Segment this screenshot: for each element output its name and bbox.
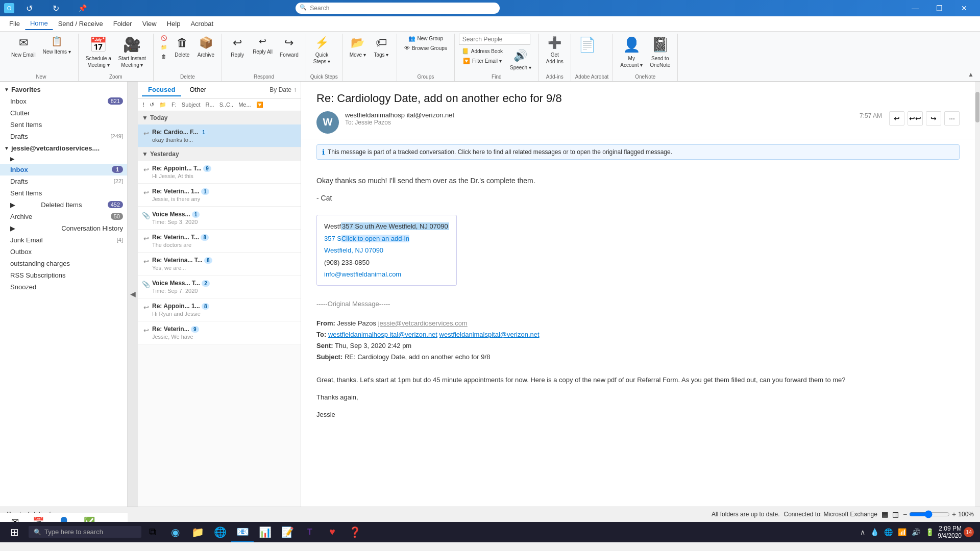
email-item-y2[interactable]: ↩ Re: Veterin... 1... 1 Jessie, is there… <box>138 184 301 207</box>
systray-expand[interactable]: ∧ <box>859 528 867 536</box>
sidebar-item-clutter[interactable]: Clutter <box>0 107 127 119</box>
menu-home[interactable]: Home <box>25 17 53 30</box>
sidebar-item-sent[interactable]: Sent Items <box>0 119 127 131</box>
filter-subject[interactable]: Subject <box>180 101 203 109</box>
menu-acrobat[interactable]: Acrobat <box>185 18 218 30</box>
sidebar-item-outbox[interactable]: Outbox <box>0 246 127 258</box>
my-account-button[interactable]: 👤 MyAccount ▾ <box>617 34 646 70</box>
sidebar-collapse-handle[interactable]: ◀ <box>128 82 138 507</box>
filter-r[interactable]: R... <box>204 101 216 109</box>
filter-me[interactable]: Me... <box>236 101 253 109</box>
orig-to-link1[interactable]: westfieldanimalhosp ital@verizon.net <box>328 331 437 338</box>
ribbon-collapse-button[interactable]: ▲ <box>966 70 976 79</box>
filter-folder[interactable]: 📁 <box>157 101 168 109</box>
taskbar-help[interactable]: ❓ <box>344 522 366 542</box>
taskbar-teams[interactable]: T <box>299 522 321 542</box>
redo-button[interactable]: ↻ <box>44 0 67 16</box>
taskbar-cortana[interactable]: ◉ <box>164 522 186 542</box>
notification-badge[interactable]: 14 <box>964 527 974 537</box>
filter-sc[interactable]: S..C.. <box>217 101 236 109</box>
volume-icon[interactable]: 🔊 <box>910 528 922 536</box>
taskbar-excel[interactable]: 📊 <box>254 522 276 542</box>
tags-button[interactable]: 🏷 Tags ▾ <box>370 34 393 60</box>
sidebar-item-inbox-fav[interactable]: Inbox 821 <box>0 95 127 107</box>
email-item-y5[interactable]: ↩ Re: Veterina... T... 8 Yes, we are... <box>138 253 301 276</box>
quick-steps-button[interactable]: ⚡ QuickSteps ▾ <box>310 34 333 67</box>
email-scrollbar[interactable] <box>975 82 980 507</box>
send-to-onenote-button[interactable]: 📓 Send toOneNote <box>647 34 673 70</box>
menu-file[interactable]: File <box>4 18 25 30</box>
tab-other[interactable]: Other <box>183 84 212 96</box>
sidebar-item-rss[interactable]: RSS Subscriptions <box>0 269 127 281</box>
taskbar-taskview[interactable]: ⧉ <box>141 522 164 542</box>
sidebar-item-junk[interactable]: Junk Email [4] <box>0 234 127 246</box>
filter-from[interactable]: F: <box>169 101 179 109</box>
reply-all-button[interactable]: ↩ Reply All <box>250 34 276 57</box>
taskbar-word[interactable]: 📝 <box>276 522 299 542</box>
menu-view[interactable]: View <box>137 18 162 30</box>
menu-help[interactable]: Help <box>162 18 186 30</box>
favorites-header[interactable]: ▼ Favorites <box>0 84 127 95</box>
start-button[interactable]: ⊞ <box>2 522 27 542</box>
forward-button[interactable]: ↪ Forward <box>277 34 302 60</box>
email-sort[interactable]: By Date ↑ <box>270 86 297 93</box>
taskbar-explorer[interactable]: 📁 <box>186 522 209 542</box>
reply-button[interactable]: ↩ Reply <box>226 34 249 60</box>
filter-dropdown[interactable]: 🔽 <box>254 101 265 109</box>
tracked-message[interactable]: ℹ This message is part of a tracked conv… <box>316 144 960 160</box>
tab-focused[interactable]: Focused <box>142 84 181 96</box>
restore-button[interactable]: ❐ <box>928 0 951 16</box>
email-item-y4[interactable]: ↩ Re: Veterin... T... 8 The doctors are <box>138 230 301 253</box>
sidebar-item-sent-2[interactable]: Sent Items <box>0 187 127 199</box>
new-group-button[interactable]: 👥 New Group <box>401 34 450 43</box>
search-people-input[interactable] <box>459 34 530 45</box>
taskbar-search-input[interactable] <box>44 528 136 536</box>
orig-to-link2[interactable]: westfieldanimalspital@verizon.net <box>439 331 540 338</box>
orig-from-link[interactable]: jessie@vetcardioservices.com <box>378 319 468 327</box>
delete-button[interactable]: 🗑 Delete <box>171 34 193 60</box>
sidebar-item-outstanding[interactable]: outstanding charges <box>0 258 127 269</box>
global-search-input[interactable] <box>296 3 500 14</box>
filter-reply[interactable]: ↺ <box>148 101 156 109</box>
browse-groups-button[interactable]: 👁 Browse Groups <box>401 43 450 53</box>
view-compact-btn[interactable]: ▥ <box>892 510 899 518</box>
menu-folder[interactable]: Folder <box>108 18 137 30</box>
address-street[interactable]: 357 SClick to open an add-in <box>324 233 449 244</box>
sidebar-item-conv-history[interactable]: ▶ Conversation History <box>0 222 127 234</box>
address-book-button[interactable]: 📒 Address Book <box>459 46 506 56</box>
cleanup-button[interactable]: 📁 <box>158 43 170 52</box>
new-email-button[interactable]: ✉ New Email <box>8 34 39 60</box>
sidebar-item-snoozed[interactable]: Snoozed <box>0 281 127 293</box>
sidebar-item-archive[interactable]: Archive 50 <box>0 211 127 222</box>
email-item-y8[interactable]: ↩ Re: Veterin... 9 Jessie, We have <box>138 321 301 344</box>
acrobat-button[interactable]: 📄 <box>575 34 599 57</box>
email-more-btn[interactable]: ··· <box>944 111 960 126</box>
view-normal-btn[interactable]: ▤ <box>881 510 888 518</box>
email-reply-all-btn[interactable]: ↩↩ <box>908 111 923 126</box>
zoom-slider[interactable] <box>909 510 950 518</box>
sidebar-item-inbox[interactable]: Inbox 1 <box>0 164 127 176</box>
network-icon[interactable]: 🌐 <box>883 528 894 536</box>
wifi-icon[interactable]: 📶 <box>896 528 908 536</box>
close-button[interactable]: ✕ <box>952 0 976 16</box>
account-expand[interactable]: ▶ <box>0 154 127 164</box>
email-reply-btn[interactable]: ↩ <box>889 111 904 126</box>
account-header[interactable]: ▼ jessie@vetcardioservices.... <box>0 142 127 154</box>
schedule-meeting-button[interactable]: 📅 Schedule aMeeting ▾ <box>83 34 114 70</box>
minimize-button[interactable]: — <box>903 0 927 16</box>
new-items-button[interactable]: 📋 New Items ▾ <box>40 34 74 57</box>
zoom-out-btn[interactable]: − <box>903 510 907 518</box>
email-item-today-1[interactable]: ↩ Re: Cardio... F... 1 okay thanks to... <box>138 124 301 147</box>
email-item-y3[interactable]: 📎 Voice Mess... 1 Time: Sep 3, 2020 <box>138 207 301 230</box>
sidebar-item-deleted[interactable]: ▶ Deleted Items 452 <box>0 199 127 211</box>
get-add-ins-button[interactable]: ➕ GetAdd-ins <box>543 34 567 67</box>
undo-button[interactable]: ↺ <box>17 0 41 16</box>
start-instant-meeting-button[interactable]: 🎥 Start InstantMeeting ▾ <box>115 34 149 70</box>
menu-send-receive[interactable]: Send / Receive <box>53 18 108 30</box>
taskbar-chrome[interactable]: 🌐 <box>209 522 231 542</box>
filter-flag[interactable]: ! <box>141 101 146 109</box>
ignore-button[interactable]: 🚫 <box>158 34 170 42</box>
zoom-in-btn[interactable]: + <box>952 510 956 518</box>
email-item-y7[interactable]: ↩ Re: Appoin... 1... 8 Hi Ryan and Jessi… <box>138 298 301 321</box>
dropbox-icon[interactable]: 💧 <box>869 528 880 536</box>
